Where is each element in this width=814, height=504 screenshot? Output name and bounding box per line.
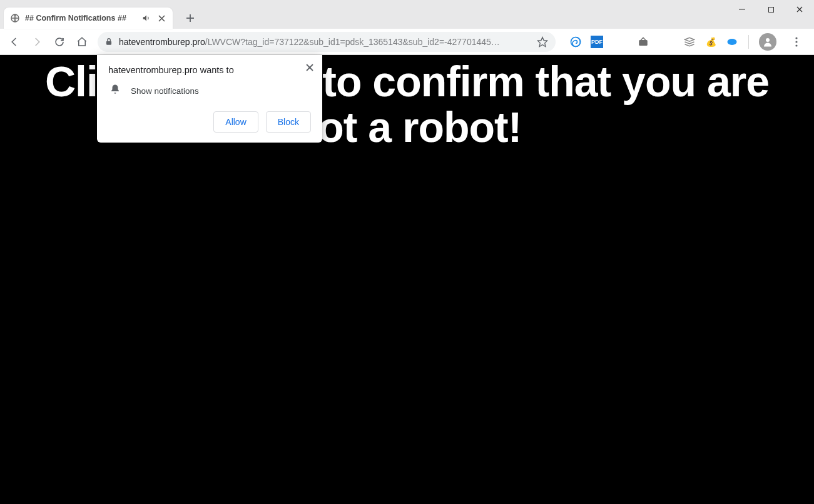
permission-row: Show notifications — [108, 84, 311, 98]
extension-pdf-icon[interactable]: PDF — [591, 36, 603, 48]
window-controls — [728, 0, 814, 19]
url-text: hateventromburep.pro/LWVCW?tag_id=737122… — [119, 37, 532, 47]
minimize-button[interactable] — [728, 0, 756, 19]
svg-rect-9 — [106, 41, 111, 44]
extension-icons: PDF 💰 — [569, 31, 804, 53]
back-button[interactable] — [4, 31, 25, 53]
audio-icon[interactable] — [141, 13, 151, 23]
new-tab-button[interactable] — [181, 9, 199, 27]
notification-permission-popup: hateventromburep.pro wants to Show notif… — [97, 55, 322, 143]
close-tab-icon[interactable] — [156, 13, 166, 23]
extension-stack-icon[interactable] — [683, 36, 696, 48]
permission-title: hateventromburep.pro wants to — [108, 65, 311, 75]
browser-tab[interactable]: ## Confirm Notifications ## — [4, 8, 173, 29]
home-button[interactable] — [71, 31, 93, 53]
url-host: hateventromburep.pro — [119, 37, 205, 47]
menu-kebab-icon[interactable] — [789, 31, 804, 53]
maximize-button[interactable] — [756, 0, 785, 19]
reload-button[interactable] — [49, 31, 70, 53]
svg-point-17 — [795, 44, 797, 46]
extension-media-icon[interactable] — [637, 36, 649, 48]
browser-toolbar: hateventromburep.pro/LWVCW?tag_id=737122… — [0, 29, 814, 55]
toolbar-separator — [748, 35, 749, 49]
bookmark-star-icon[interactable] — [537, 36, 548, 48]
address-bar[interactable]: hateventromburep.pro/LWVCW?tag_id=737122… — [98, 32, 556, 52]
url-path: /LWVCW?tag_id=737122&sub_id1=pdsk_136514… — [205, 37, 500, 47]
globe-icon — [10, 13, 20, 23]
bell-icon — [109, 84, 121, 98]
permission-label: Show notifications — [131, 86, 199, 96]
permission-actions: Allow Block — [108, 111, 311, 133]
svg-rect-12 — [639, 40, 648, 46]
svg-point-15 — [795, 37, 797, 39]
svg-marker-10 — [538, 37, 547, 46]
allow-button[interactable]: Allow — [213, 111, 258, 133]
extension-swirl-icon[interactable] — [569, 36, 582, 48]
forward-button[interactable] — [26, 31, 48, 53]
tab-strip: ## Confirm Notifications ## — [0, 0, 814, 29]
extension-moneybag-icon[interactable]: 💰 — [705, 36, 717, 48]
tab-title: ## Confirm Notifications ## — [25, 14, 136, 23]
block-button[interactable]: Block — [266, 111, 311, 133]
svg-point-16 — [795, 41, 797, 43]
close-window-button[interactable] — [785, 0, 814, 19]
lock-icon[interactable] — [104, 37, 114, 47]
extension-chat-icon[interactable] — [726, 36, 738, 48]
close-popup-icon[interactable] — [303, 61, 316, 74]
svg-point-14 — [766, 38, 770, 42]
profile-avatar[interactable] — [759, 33, 776, 51]
svg-point-13 — [728, 39, 737, 45]
svg-rect-1 — [768, 7, 773, 12]
